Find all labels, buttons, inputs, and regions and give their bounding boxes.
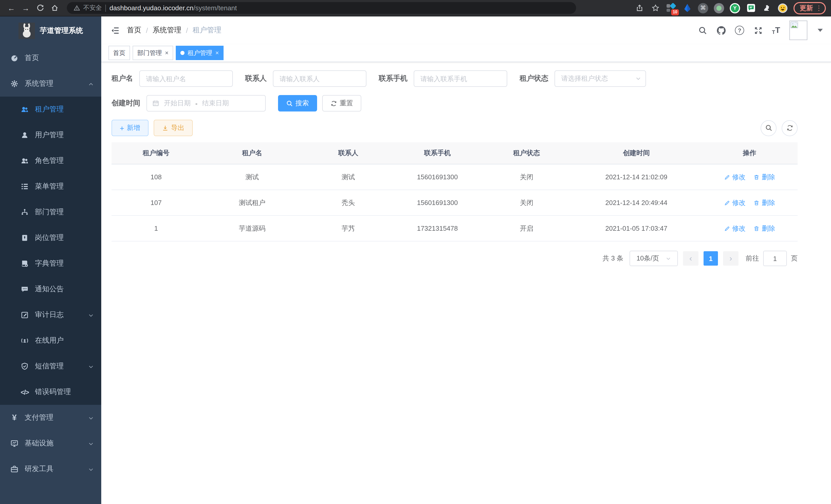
edit-button[interactable]: 修改 [724, 198, 745, 207]
tab-tenant[interactable]: 租户管理 × [176, 46, 224, 60]
green-dot-icon [716, 5, 721, 10]
url-divider [105, 4, 106, 11]
extension-kite[interactable] [682, 3, 692, 13]
app-logo[interactable]: 芋道管理系统 [0, 17, 101, 45]
end-date-placeholder: 结束日期 [202, 99, 229, 108]
sidebar-toggle-button[interactable] [105, 21, 125, 40]
profile-avatar[interactable] [778, 3, 788, 13]
avatar[interactable] [790, 21, 807, 40]
shield-check-icon [21, 362, 29, 370]
goto-page-input[interactable] [763, 251, 787, 266]
breadcrumb: 首页 / 系统管理 / 租户管理 [127, 26, 222, 35]
breadcrumb-home[interactable]: 首页 [127, 26, 141, 35]
help-button[interactable]: ? [735, 26, 744, 35]
start-date-placeholder: 开始日期 [164, 99, 191, 108]
column-header: 操作 [701, 142, 798, 164]
browser-reload-button[interactable] [34, 2, 46, 14]
browser-menu-icon[interactable]: ⋮ [815, 4, 822, 12]
screen: ← → 不安全 dashboard.yudao.iocoder.cn/syste… [0, 0, 831, 504]
close-icon[interactable]: × [215, 50, 219, 56]
kite-icon [682, 3, 692, 13]
refresh-table-button[interactable] [782, 120, 798, 136]
table-tools [761, 120, 798, 136]
sidebar-item-home[interactable]: 首页 [0, 45, 101, 71]
star-icon [651, 4, 659, 12]
close-icon[interactable]: × [165, 50, 169, 56]
cell-status: 关闭 [482, 164, 571, 190]
tab-home[interactable]: 首页 [109, 46, 130, 60]
next-page-button[interactable]: › [723, 251, 739, 266]
contact-input[interactable] [273, 70, 366, 87]
edit-button[interactable]: 修改 [724, 224, 745, 233]
security-label: 不安全 [83, 4, 102, 12]
extension-chat[interactable] [746, 3, 756, 13]
cell-actions: 修改 删除 [701, 190, 798, 215]
bookmark-button[interactable] [650, 3, 660, 13]
browser-home-button[interactable] [48, 2, 61, 14]
export-button[interactable]: 导出 [154, 120, 193, 136]
cell-status: 开启 [482, 215, 571, 241]
sidebar-item-post[interactable]: 岗位管理 [0, 225, 101, 251]
sidebar-item-menu[interactable]: 菜单管理 [0, 174, 101, 199]
sidebar-item-error-code[interactable]: </> 错误码管理 [0, 379, 101, 405]
tenant-name-input[interactable] [139, 70, 233, 87]
user-menu-caret-icon[interactable] [818, 29, 823, 32]
sidebar-item-dev-tools[interactable]: 研发工具 [0, 456, 101, 482]
warning-icon [74, 5, 80, 11]
extension-tag-assistant[interactable]: 10 [666, 3, 676, 13]
add-button[interactable]: + 新增 [112, 120, 148, 136]
address-bar[interactable]: 不安全 dashboard.yudao.iocoder.cn/system/te… [67, 2, 576, 14]
header-search-button[interactable] [698, 26, 707, 35]
extension-y[interactable]: Y [730, 3, 740, 13]
sidebar-item-audit-log[interactable]: 审计日志 [0, 302, 101, 328]
yen-icon: ¥ [10, 414, 19, 422]
share-button[interactable] [634, 3, 644, 13]
fullscreen-button[interactable] [753, 26, 763, 35]
filter-label: 联系手机 [379, 74, 407, 83]
browser-back-button[interactable]: ← [5, 2, 18, 14]
delete-button[interactable]: 删除 [754, 224, 775, 233]
cell-tenant-name: 测试租户 [201, 190, 304, 215]
chevron-up-icon [88, 81, 94, 87]
delete-button[interactable]: 删除 [754, 172, 775, 182]
sidebar-item-role[interactable]: 角色管理 [0, 148, 101, 174]
chat-ext-icon [746, 3, 756, 13]
sidebar-item-user[interactable]: 用户管理 [0, 122, 101, 148]
github-icon [717, 26, 725, 35]
sidebar-item-online-user[interactable]: 在线用户 [0, 328, 101, 353]
sidebar-item-dept[interactable]: 部门管理 [0, 199, 101, 225]
sidebar-item-system[interactable]: 系统管理 [0, 71, 101, 97]
prev-page-button[interactable]: ‹ [683, 251, 698, 266]
browser-update-button[interactable]: 更新 ⋮ [794, 2, 826, 14]
app-title: 芋道管理系统 [40, 26, 83, 35]
extension-recorder[interactable] [714, 3, 724, 13]
sidebar-item-dict[interactable]: 字典管理 [0, 251, 101, 276]
sidebar-item-payment[interactable]: ¥ 支付管理 [0, 405, 101, 431]
browser-forward-button[interactable]: → [20, 2, 32, 14]
page-number-1[interactable]: 1 [704, 251, 718, 266]
download-icon [162, 125, 169, 131]
sidebar-item-notice[interactable]: 通知公告 [0, 276, 101, 302]
delete-button[interactable]: 删除 [754, 198, 775, 207]
sidebar-item-tenant[interactable]: 租户管理 [0, 97, 101, 122]
font-size-button[interactable]: TT [772, 26, 780, 35]
extension-command[interactable]: ⌘ [698, 3, 708, 13]
search-button[interactable]: 搜索 [278, 95, 317, 112]
gear-icon [10, 80, 19, 88]
sidebar-item-infra[interactable]: 基础设施 [0, 431, 101, 456]
sidebar-item-sms[interactable]: 短信管理 [0, 353, 101, 379]
page-size-select[interactable]: 10条/页 [630, 251, 678, 266]
toggle-search-button[interactable] [761, 120, 776, 136]
cell-status: 关闭 [482, 190, 571, 215]
edit-button[interactable]: 修改 [724, 172, 745, 182]
create-time-range-picker[interactable]: 开始日期 - 结束日期 [146, 95, 266, 112]
breadcrumb-system[interactable]: 系统管理 [153, 26, 181, 35]
tab-dept[interactable]: 部门管理 × [133, 46, 173, 60]
navbar-actions: ? TT [698, 21, 823, 40]
extensions-menu-button[interactable] [762, 3, 772, 13]
github-link[interactable] [716, 26, 726, 35]
mobile-input[interactable] [414, 70, 507, 87]
security-status[interactable]: 不安全 [74, 4, 102, 12]
reset-button[interactable]: 重置 [322, 95, 361, 112]
status-select[interactable]: 请选择租户状态 [554, 70, 646, 87]
